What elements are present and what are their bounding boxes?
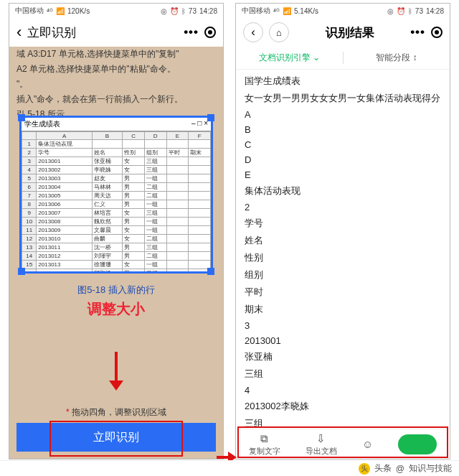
result-line: C [245, 137, 441, 152]
more-icon[interactable]: ••• [184, 25, 199, 39]
crop-handle-br[interactable] [207, 268, 214, 275]
result-line: 性别 [245, 249, 441, 266]
crop-handle-bl[interactable] [18, 268, 25, 275]
bluetooth-icon: ᛒ [181, 7, 186, 15]
eye-icon: ◎ [161, 7, 167, 15]
ocr-results[interactable]: 国学生成绩表女一女男一男男女女女男一女集体活动表现得分ABCDE集体活动表现2学… [236, 70, 450, 429]
net-speed: 5.14K/s [294, 7, 318, 15]
attribution-bar: 头 头条 @ 知识与技能 [0, 460, 459, 476]
status-bar: 中国移动 ⁴ᴳ 📶 5.14K/s ◎ ⏰ ᛒ 73 14:28 [236, 4, 450, 18]
alarm-icon: ⏰ [170, 7, 179, 15]
carrier-label: 中国移动 [15, 6, 44, 16]
result-line: A [245, 107, 441, 122]
tab-segment[interactable]: 智能分段 ↕ [344, 52, 450, 64]
phone-right: 中国移动 ⁴ᴳ 📶 5.14K/s ◎ ⏰ ᛒ 73 14:28 ‹ ⌂ 识别结… [235, 3, 450, 459]
crop-handle-tr[interactable] [207, 114, 214, 121]
carrier-label: 中国移动 [242, 6, 270, 16]
drag-hint: * 拖动四角，调整识别区域 [9, 406, 223, 419]
doc-text: "。 [9, 77, 223, 92]
result-line: 4 [245, 383, 441, 398]
result-line: 集体活动表现 [245, 182, 441, 200]
eye-icon: ◎ [387, 7, 394, 15]
arrow-down-icon [109, 352, 123, 391]
battery-pct: 73 [189, 7, 197, 15]
doc-text: A2 单元格,选择快捷菜单中的"粘贴"命令。 [9, 62, 223, 77]
result-line: D [245, 152, 441, 167]
back-button[interactable]: ‹ [243, 22, 263, 42]
bluetooth-icon: ᛒ [408, 7, 412, 15]
result-line: 2013002李晓姝 [245, 398, 441, 415]
back-button[interactable]: ‹ [16, 23, 22, 42]
result-line: 国学生成绩表 [245, 73, 441, 90]
site-label: 头条 [374, 462, 392, 475]
highlight-box [49, 421, 183, 457]
result-line: 组别 [245, 266, 441, 284]
sheet-title: 学生成绩表 [24, 119, 60, 129]
result-line: B [245, 122, 441, 137]
phone-left: 中国移动 ⁴ᴳ 📶 120K/s ◎ ⏰ ᛒ 73 14:28 ‹ 立即识别 •… [9, 3, 224, 459]
window-buttons: – □ × [191, 119, 208, 129]
crop-handle-tl[interactable] [18, 114, 25, 121]
result-line: 三组 [245, 365, 441, 383]
doc-text: 域 A3:D17 单元格,选择快捷菜单中的"复制" [9, 47, 223, 62]
clock: 14:28 [426, 7, 444, 15]
result-line: 期末 [245, 301, 441, 318]
result-line: 女一女男一男男女女女男一女集体活动表现得分 [245, 90, 441, 107]
battery-pct: 73 [415, 7, 423, 15]
result-line: 张亚楠 [245, 348, 441, 365]
home-button[interactable]: ⌂ [269, 22, 289, 42]
page-title: 识别结果 [295, 24, 404, 41]
result-line: E [245, 167, 441, 182]
signal-icon: ⁴ᴳ [47, 7, 53, 15]
sub-nav: 文档识别引擎 ⌄ 智能分段 ↕ [236, 47, 450, 70]
result-line: 学号 [245, 215, 441, 232]
signal-icon: ⁴ᴳ [273, 7, 280, 15]
result-line: 平时 [245, 284, 441, 301]
status-bar: 中国移动 ⁴ᴳ 📶 120K/s ◎ ⏰ ᛒ 73 14:28 [9, 4, 223, 18]
result-line: 姓名 [245, 232, 441, 249]
avatar-icon: 头 [359, 463, 370, 475]
result-line: 3 [245, 318, 441, 333]
result-line: 2013001 [245, 333, 441, 348]
header-left: ‹ 立即识别 ••• [9, 18, 223, 47]
target-icon[interactable] [204, 27, 216, 38]
alarm-icon: ⏰ [397, 7, 405, 15]
camera-preview: 域 A3:D17 单元格,选择快捷菜单中的"复制" A2 单元格,选择快捷菜单中… [9, 47, 223, 459]
wifi-icon: 📶 [56, 7, 65, 15]
spreadsheet-preview: 学生成绩表 – □ × ABCDEF1集体活动表现2学号姓名性别组别平时期末32… [22, 118, 211, 271]
more-icon[interactable]: ••• [410, 25, 425, 39]
target-icon[interactable] [431, 27, 443, 38]
highlight-box [237, 426, 448, 458]
author-label: 知识与技能 [409, 462, 452, 475]
wifi-icon: 📶 [283, 7, 291, 15]
header-right: ‹ ⌂ 识别结果 ••• [236, 18, 450, 47]
clock: 14:28 [199, 7, 217, 15]
result-line: 2 [245, 200, 441, 215]
net-speed: 120K/s [67, 7, 90, 15]
resize-label: 调整大小 [9, 299, 223, 319]
spreadsheet-table: ABCDEF1集体活动表现2学号姓名性别组别平时期末32013001张亚楠女三组… [22, 131, 211, 271]
doc-text: 插入"命令，就会在第一行前插入一个新行。 [9, 92, 223, 107]
figure-caption: 图5-18 插入新的行 [9, 284, 223, 297]
page-title: 立即识别 [27, 24, 76, 41]
crop-selection[interactable]: 学生成绩表 – □ × ABCDEF1集体活动表现2学号姓名性别组别平时期末32… [19, 116, 213, 274]
tab-engine[interactable]: 文档识别引擎 ⌄ [236, 52, 344, 64]
